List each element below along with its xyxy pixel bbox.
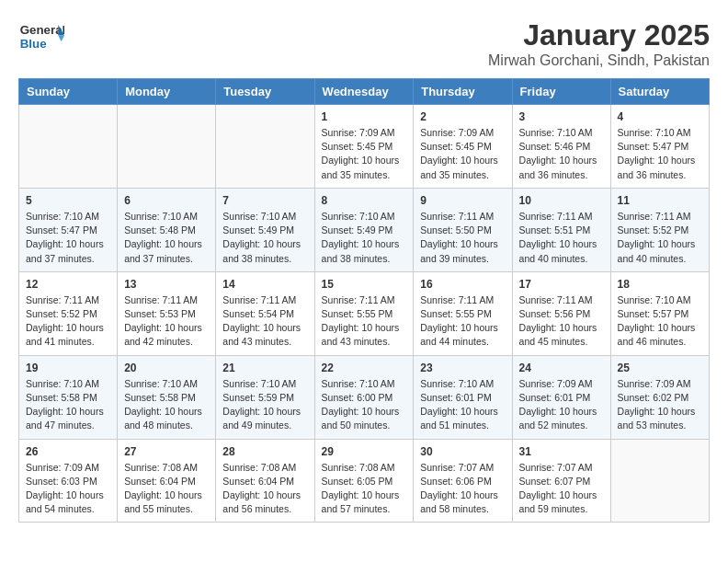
- day-number: 23: [420, 362, 505, 374]
- day-number: 9: [420, 194, 505, 207]
- day-info: Sunrise: 7:08 AM Sunset: 6:05 PM Dayligh…: [322, 461, 407, 517]
- day-info: Sunrise: 7:09 AM Sunset: 6:01 PM Dayligh…: [519, 377, 604, 433]
- svg-text:Blue: Blue: [20, 37, 47, 51]
- day-number: 5: [26, 194, 110, 207]
- table-row: 21Sunrise: 7:10 AM Sunset: 5:59 PM Dayli…: [216, 355, 314, 439]
- day-info: Sunrise: 7:11 AM Sunset: 5:52 PM Dayligh…: [618, 210, 702, 266]
- table-row: 6Sunrise: 7:10 AM Sunset: 5:48 PM Daylig…: [118, 188, 216, 271]
- day-number: 8: [322, 194, 407, 207]
- day-number: 12: [26, 278, 110, 291]
- table-row: 26Sunrise: 7:09 AM Sunset: 6:03 PM Dayli…: [19, 439, 118, 523]
- table-row: [118, 105, 216, 189]
- table-row: 12Sunrise: 7:11 AM Sunset: 5:52 PM Dayli…: [19, 271, 118, 355]
- day-number: 11: [618, 194, 702, 207]
- weekday-header-row: Sunday Monday Tuesday Wednesday Thursday…: [19, 79, 710, 105]
- table-row: 29Sunrise: 7:08 AM Sunset: 6:05 PM Dayli…: [314, 439, 414, 523]
- day-number: 17: [519, 278, 604, 291]
- day-number: 6: [124, 194, 209, 207]
- day-info: Sunrise: 7:09 AM Sunset: 6:03 PM Dayligh…: [26, 461, 110, 517]
- day-number: 30: [420, 445, 505, 458]
- table-row: 23Sunrise: 7:10 AM Sunset: 6:01 PM Dayli…: [414, 355, 512, 439]
- day-number: 21: [222, 362, 307, 374]
- day-info: Sunrise: 7:10 AM Sunset: 6:00 PM Dayligh…: [322, 377, 407, 433]
- page-header: General Blue January 2025 Mirwah Gorchan…: [18, 18, 710, 69]
- day-info: Sunrise: 7:10 AM Sunset: 5:49 PM Dayligh…: [322, 210, 407, 266]
- day-number: 20: [124, 362, 209, 374]
- day-info: Sunrise: 7:09 AM Sunset: 5:45 PM Dayligh…: [420, 126, 505, 182]
- table-row: 15Sunrise: 7:11 AM Sunset: 5:55 PM Dayli…: [314, 271, 414, 355]
- day-info: Sunrise: 7:10 AM Sunset: 6:01 PM Dayligh…: [420, 377, 505, 433]
- day-number: 24: [519, 362, 604, 374]
- table-row: 2Sunrise: 7:09 AM Sunset: 5:45 PM Daylig…: [414, 105, 512, 189]
- day-number: 4: [618, 110, 702, 123]
- day-number: 31: [519, 445, 604, 458]
- svg-marker-3: [58, 36, 64, 42]
- header-wednesday: Wednesday: [314, 79, 414, 105]
- day-number: 3: [519, 110, 604, 123]
- header-friday: Friday: [512, 79, 610, 105]
- table-row: 13Sunrise: 7:11 AM Sunset: 5:53 PM Dayli…: [118, 271, 216, 355]
- table-row: 25Sunrise: 7:09 AM Sunset: 6:02 PM Dayli…: [610, 355, 709, 439]
- day-info: Sunrise: 7:07 AM Sunset: 6:07 PM Dayligh…: [519, 461, 604, 517]
- table-row: 7Sunrise: 7:10 AM Sunset: 5:49 PM Daylig…: [216, 188, 314, 271]
- table-row: 17Sunrise: 7:11 AM Sunset: 5:56 PM Dayli…: [512, 271, 610, 355]
- header-saturday: Saturday: [610, 79, 709, 105]
- calendar-table: Sunday Monday Tuesday Wednesday Thursday…: [18, 78, 710, 523]
- table-row: 20Sunrise: 7:10 AM Sunset: 5:58 PM Dayli…: [118, 355, 216, 439]
- table-row: [216, 105, 314, 189]
- title-section: January 2025 Mirwah Gorchani, Sindh, Pak…: [488, 18, 710, 69]
- table-row: 8Sunrise: 7:10 AM Sunset: 5:49 PM Daylig…: [314, 188, 414, 271]
- table-row: 14Sunrise: 7:11 AM Sunset: 5:54 PM Dayli…: [216, 271, 314, 355]
- day-info: Sunrise: 7:10 AM Sunset: 5:47 PM Dayligh…: [618, 126, 702, 182]
- calendar-location: Mirwah Gorchani, Sindh, Pakistan: [488, 52, 710, 69]
- day-number: 25: [618, 362, 702, 374]
- day-number: 29: [322, 445, 407, 458]
- table-row: 22Sunrise: 7:10 AM Sunset: 6:00 PM Dayli…: [314, 355, 414, 439]
- table-row: 9Sunrise: 7:11 AM Sunset: 5:50 PM Daylig…: [414, 188, 512, 271]
- day-info: Sunrise: 7:08 AM Sunset: 6:04 PM Dayligh…: [222, 461, 307, 517]
- day-info: Sunrise: 7:07 AM Sunset: 6:06 PM Dayligh…: [420, 461, 505, 517]
- calendar-week-row: 1Sunrise: 7:09 AM Sunset: 5:45 PM Daylig…: [19, 105, 710, 189]
- day-info: Sunrise: 7:11 AM Sunset: 5:51 PM Dayligh…: [519, 210, 604, 266]
- table-row: 4Sunrise: 7:10 AM Sunset: 5:47 PM Daylig…: [610, 105, 709, 189]
- day-info: Sunrise: 7:08 AM Sunset: 6:04 PM Dayligh…: [124, 461, 209, 517]
- day-number: 27: [124, 445, 209, 458]
- day-info: Sunrise: 7:10 AM Sunset: 5:57 PM Dayligh…: [618, 293, 702, 350]
- table-row: [610, 439, 709, 523]
- header-tuesday: Tuesday: [216, 79, 314, 105]
- day-number: 1: [322, 110, 407, 123]
- calendar-week-row: 26Sunrise: 7:09 AM Sunset: 6:03 PM Dayli…: [19, 439, 710, 523]
- day-number: 22: [322, 362, 407, 374]
- day-number: 16: [420, 278, 505, 291]
- header-monday: Monday: [118, 79, 216, 105]
- day-info: Sunrise: 7:10 AM Sunset: 5:46 PM Dayligh…: [519, 126, 604, 182]
- table-row: 30Sunrise: 7:07 AM Sunset: 6:06 PM Dayli…: [414, 439, 512, 523]
- logo: General Blue: [18, 18, 64, 53]
- day-number: 7: [222, 194, 307, 207]
- table-row: 24Sunrise: 7:09 AM Sunset: 6:01 PM Dayli…: [512, 355, 610, 439]
- table-row: 28Sunrise: 7:08 AM Sunset: 6:04 PM Dayli…: [216, 439, 314, 523]
- day-info: Sunrise: 7:10 AM Sunset: 5:58 PM Dayligh…: [124, 377, 209, 433]
- day-info: Sunrise: 7:11 AM Sunset: 5:50 PM Dayligh…: [420, 210, 505, 266]
- svg-text:General: General: [20, 23, 64, 37]
- day-number: 18: [618, 278, 702, 291]
- table-row: 18Sunrise: 7:10 AM Sunset: 5:57 PM Dayli…: [610, 271, 709, 355]
- day-number: 2: [420, 110, 505, 123]
- day-number: 15: [322, 278, 407, 291]
- table-row: 11Sunrise: 7:11 AM Sunset: 5:52 PM Dayli…: [610, 188, 709, 271]
- day-number: 28: [222, 445, 307, 458]
- header-sunday: Sunday: [19, 79, 118, 105]
- day-info: Sunrise: 7:10 AM Sunset: 5:47 PM Dayligh…: [26, 210, 110, 266]
- table-row: [19, 105, 118, 189]
- calendar-week-row: 5Sunrise: 7:10 AM Sunset: 5:47 PM Daylig…: [19, 188, 710, 271]
- day-info: Sunrise: 7:11 AM Sunset: 5:52 PM Dayligh…: [26, 293, 110, 350]
- header-thursday: Thursday: [414, 79, 512, 105]
- logo-icon: General Blue: [18, 18, 64, 53]
- table-row: 27Sunrise: 7:08 AM Sunset: 6:04 PM Dayli…: [118, 439, 216, 523]
- table-row: 16Sunrise: 7:11 AM Sunset: 5:55 PM Dayli…: [414, 271, 512, 355]
- day-info: Sunrise: 7:10 AM Sunset: 5:59 PM Dayligh…: [222, 377, 307, 433]
- day-info: Sunrise: 7:09 AM Sunset: 5:45 PM Dayligh…: [322, 126, 407, 182]
- day-info: Sunrise: 7:11 AM Sunset: 5:54 PM Dayligh…: [222, 293, 307, 350]
- table-row: 31Sunrise: 7:07 AM Sunset: 6:07 PM Dayli…: [512, 439, 610, 523]
- day-info: Sunrise: 7:11 AM Sunset: 5:53 PM Dayligh…: [124, 293, 209, 350]
